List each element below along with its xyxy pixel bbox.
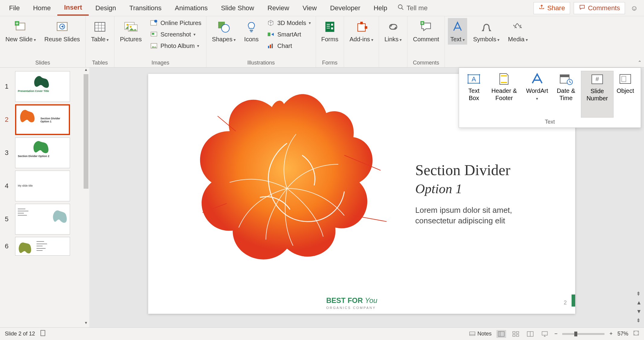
- scroll-handle[interactable]: [84, 74, 88, 189]
- new-slide-button[interactable]: New Slide: [3, 18, 38, 45]
- table-button[interactable]: Table: [89, 18, 111, 45]
- group-links: Links: [379, 16, 408, 67]
- tab-file[interactable]: File: [2, 1, 26, 15]
- share-button[interactable]: Share: [534, 2, 570, 14]
- tab-developer[interactable]: Developer: [324, 1, 367, 15]
- thumb-1-title: Presentation Cover Title: [18, 90, 49, 93]
- icons-button[interactable]: Icons: [242, 18, 261, 45]
- slide-accent-bar: [572, 294, 575, 307]
- zoom-knob[interactable]: [574, 332, 577, 336]
- group-text: Text Symbols Media: [445, 16, 533, 67]
- datetime-button[interactable]: Date & Time: [551, 71, 581, 118]
- 3d-models-button[interactable]: 3D Models: [265, 18, 313, 28]
- accessibility-icon[interactable]: [40, 330, 46, 338]
- view-sorter-button[interactable]: [511, 330, 521, 338]
- slide-nav-arrows: ⇞ ▲ ▼ ⇟: [636, 291, 642, 324]
- svg-point-14: [130, 26, 132, 28]
- view-normal-button[interactable]: [496, 330, 506, 338]
- thumb-3[interactable]: Section Divider Option 2: [15, 137, 70, 168]
- chart-button[interactable]: Chart: [265, 41, 313, 51]
- header-footer-label: Header & Footer: [488, 87, 520, 102]
- forms-button[interactable]: Forms: [319, 18, 341, 45]
- addins-button[interactable]: Add-ins: [347, 18, 376, 45]
- svg-rect-27: [331, 24, 333, 26]
- shapes-button[interactable]: Shapes: [209, 18, 238, 45]
- group-slides-label: Slides: [35, 60, 50, 66]
- zoom-slider[interactable]: [562, 333, 604, 335]
- feedback-smiley-icon[interactable]: ☺: [630, 4, 638, 12]
- slide-page-number: 2: [564, 300, 567, 306]
- tab-review[interactable]: Review: [261, 1, 296, 15]
- svg-point-38: [479, 83, 480, 84]
- zoom-percent[interactable]: 57%: [617, 331, 628, 337]
- links-button[interactable]: Links: [382, 18, 404, 45]
- pictures-button[interactable]: Pictures: [117, 18, 144, 45]
- text-button[interactable]: Text: [448, 18, 467, 45]
- thumb-6-num: 6: [5, 242, 12, 250]
- forms-icon: [323, 20, 337, 34]
- datetime-icon: [558, 73, 573, 85]
- comments-button[interactable]: Comments: [574, 2, 625, 14]
- view-reading-button[interactable]: [525, 330, 535, 338]
- textbox-button[interactable]: A Text Box: [463, 71, 485, 118]
- nav-down-icon[interactable]: ⇟: [636, 317, 642, 324]
- svg-rect-30: [360, 22, 362, 24]
- tab-view[interactable]: View: [296, 1, 323, 15]
- object-button[interactable]: Object: [614, 71, 637, 118]
- tell-me-label: Tell me: [406, 4, 428, 12]
- flyout-group-label: Text: [459, 119, 641, 128]
- smartart-button[interactable]: SmartArt: [265, 30, 313, 39]
- svg-rect-42: [560, 75, 569, 77]
- thumb-5[interactable]: ▬▬▬▬▬▬▬▬▬▬▬▬▬▬▬▬▬▬▬▬▬▬: [15, 204, 70, 235]
- zoom-out-button[interactable]: −: [554, 331, 558, 337]
- thumb-1-num: 1: [5, 83, 12, 90]
- tab-design[interactable]: Design: [89, 1, 123, 15]
- notes-button[interactable]: Notes: [469, 331, 492, 337]
- online-pictures-button[interactable]: Online Pictures: [148, 18, 203, 28]
- comment-button[interactable]: Comment: [410, 18, 442, 45]
- nav-prev-icon[interactable]: ▲: [636, 300, 642, 306]
- scroll-down-icon[interactable]: ▼: [83, 321, 89, 327]
- thumb-2-title: Section Divider Option 1: [40, 117, 69, 123]
- thumb-6[interactable]: ▬▬▬▬▬▬▬▬▬▬▬▬▬▬▬▬▬▬▬▬▬▬▬▬▬▬: [15, 237, 70, 256]
- wordart-button[interactable]: WordArt: [523, 71, 551, 118]
- spacer: [488, 60, 490, 66]
- tab-home[interactable]: Home: [26, 1, 57, 15]
- slide-number-button[interactable]: # Slide Number: [581, 71, 614, 118]
- media-button[interactable]: Media: [505, 18, 530, 45]
- thumb-4[interactable]: My slide title: [15, 171, 70, 201]
- share-label: Share: [547, 4, 565, 12]
- new-slide-label: New Slide: [5, 36, 36, 43]
- tab-help[interactable]: Help: [367, 1, 394, 15]
- online-pictures-icon: [150, 19, 158, 27]
- tab-animations[interactable]: Animations: [168, 1, 214, 15]
- screenshot-button[interactable]: Screenshot: [148, 30, 203, 39]
- new-slide-icon: [14, 20, 27, 34]
- thumb-1[interactable]: Presentation Cover Title: [15, 71, 70, 102]
- zoom-in-button[interactable]: +: [609, 331, 613, 337]
- header-footer-button[interactable]: Header & Footer: [485, 71, 523, 118]
- nav-up-icon[interactable]: ⇞: [636, 291, 642, 297]
- nav-next-icon[interactable]: ▼: [636, 308, 642, 315]
- header-footer-icon: [496, 73, 512, 85]
- wordart-label: WordArt: [526, 87, 548, 102]
- group-slides: New Slide Reuse Slides Slides: [0, 16, 86, 67]
- tab-slideshow[interactable]: Slide Show: [214, 1, 261, 15]
- svg-rect-40: [501, 82, 507, 83]
- tab-insert[interactable]: Insert: [57, 1, 89, 16]
- addins-icon: [355, 20, 368, 34]
- view-slideshow-button[interactable]: [540, 330, 550, 338]
- thumb-2[interactable]: Section Divider Option 1: [15, 104, 70, 135]
- tell-me-search[interactable]: Tell me: [394, 4, 431, 12]
- object-icon: [618, 73, 633, 85]
- tab-transitions[interactable]: Transitions: [123, 1, 168, 15]
- collapse-ribbon-icon[interactable]: ⌃: [638, 60, 642, 65]
- thumbnail-scrollbar[interactable]: ▲ ▼: [83, 68, 89, 327]
- svg-point-35: [467, 74, 469, 75]
- reuse-slides-button[interactable]: Reuse Slides: [42, 18, 82, 45]
- scroll-up-icon[interactable]: ▲: [83, 68, 89, 74]
- symbols-button[interactable]: Symbols: [471, 18, 502, 45]
- textbox-icon: A: [466, 73, 481, 85]
- fit-window-button[interactable]: [633, 330, 639, 337]
- photo-album-button[interactable]: Photo Album: [148, 41, 203, 51]
